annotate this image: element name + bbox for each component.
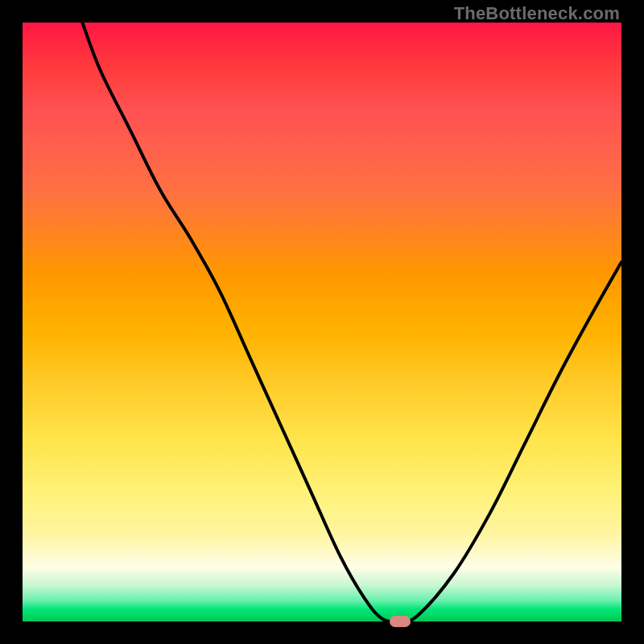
- watermark-text: TheBottleneck.com: [454, 3, 620, 24]
- curve-svg: [23, 23, 621, 621]
- optimal-marker: [390, 616, 411, 627]
- plot-area: [23, 23, 621, 621]
- bottleneck-curve-path: [82, 23, 621, 621]
- chart-container: TheBottleneck.com: [0, 0, 644, 644]
